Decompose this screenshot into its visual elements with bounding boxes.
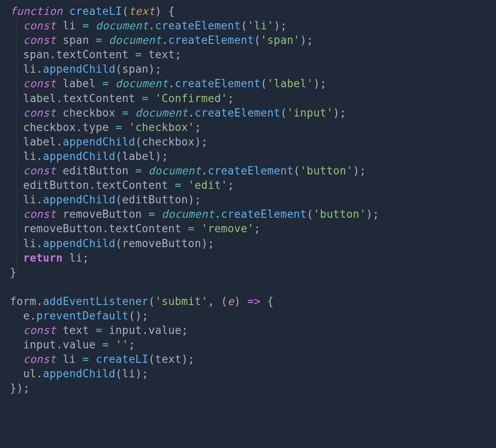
code-token: form	[10, 295, 36, 307]
code-token: =	[188, 222, 201, 235]
code-token: );	[274, 19, 287, 32]
code-token: {	[267, 295, 274, 307]
code-token: li	[23, 193, 36, 206]
code-line: });	[10, 382, 30, 394]
code-token: appendChild	[43, 193, 116, 206]
code-token: (	[115, 367, 122, 380]
code-token: span	[23, 48, 50, 61]
code-token: .	[148, 19, 155, 32]
code-line: li.appendChild(removeButton);	[10, 237, 215, 250]
code-token: .	[102, 222, 109, 235]
code-token: text	[63, 324, 96, 336]
code-line: removeButton.textContent = 'remove';	[10, 222, 260, 235]
code-token: 'Confirmed'	[155, 92, 228, 105]
code-token: editButton	[63, 164, 136, 177]
code-token: .	[168, 77, 175, 90]
code-line: function createLI(text) {	[10, 5, 175, 17]
code-token: (	[115, 150, 122, 162]
code-token: =	[135, 48, 148, 61]
code-token: createLI	[95, 353, 148, 365]
code-token: (	[254, 34, 260, 46]
code-token: li	[63, 19, 83, 32]
code-token: ;	[129, 338, 135, 351]
code-token: const	[23, 208, 63, 220]
code-token: label	[23, 136, 56, 148]
code-token: li	[23, 237, 36, 250]
code-token: createElement	[221, 208, 307, 220]
code-token: .	[36, 150, 43, 162]
code-token: createElement	[208, 164, 293, 177]
code-token: .	[36, 63, 43, 75]
code-token: 'checkbox'	[129, 121, 195, 133]
code-token: e	[228, 295, 234, 307]
code-token: ;	[228, 179, 234, 191]
code-token: =	[142, 92, 155, 105]
code-token: 'li'	[247, 19, 274, 32]
code-token: 'submit'	[155, 295, 208, 307]
code-token: const	[23, 107, 63, 119]
code-token: ;	[254, 222, 260, 235]
code-line: const span = document.createElement('spa…	[10, 34, 313, 46]
code-token: const	[23, 324, 63, 336]
code-token: return	[23, 252, 69, 264]
code-token: li	[23, 150, 36, 162]
code-token: type	[83, 121, 116, 133]
code-token: text	[129, 5, 155, 17]
code-token: =	[135, 164, 148, 177]
code-line: label.textContent = 'Confirmed';	[10, 92, 234, 105]
code-token: .	[36, 237, 43, 250]
code-token: .	[56, 136, 63, 148]
code-token: (	[135, 136, 142, 148]
code-token: .	[36, 367, 43, 380]
code-token: li	[23, 63, 36, 75]
code-token: .	[36, 295, 43, 307]
code-token: );	[195, 136, 208, 148]
code-token: document	[148, 164, 201, 177]
code-token: const	[23, 164, 63, 177]
code-token: (	[260, 77, 267, 90]
code-token: 'button'	[313, 208, 366, 220]
code-token: );	[155, 150, 168, 162]
code-token: =>	[247, 295, 267, 307]
code-token: li	[122, 367, 135, 380]
code-line: }	[10, 266, 17, 279]
code-token: =	[115, 121, 129, 133]
code-token: text	[155, 353, 181, 365]
code-token: li	[69, 252, 83, 264]
code-token: textContent	[109, 222, 188, 235]
code-token: value	[63, 338, 103, 351]
code-line: li.appendChild(editButton);	[10, 193, 201, 206]
code-line: const removeButton = document.createElem…	[10, 208, 379, 220]
code-token: );	[300, 34, 313, 46]
code-token: });	[10, 382, 30, 394]
code-token: (	[115, 193, 122, 206]
code-token: =	[95, 324, 109, 336]
code-token: 'label'	[267, 77, 313, 90]
code-line: const li = document.createElement('li');	[10, 19, 287, 32]
code-line: const text = input.value;	[10, 324, 188, 336]
code-token: addEventListener	[43, 295, 148, 307]
code-line: const checkbox = document.createElement(…	[10, 107, 346, 119]
code-token: createLI	[69, 5, 122, 17]
code-token: const	[23, 77, 63, 90]
code-token: createElement	[155, 19, 241, 32]
code-token: (	[122, 5, 129, 17]
code-token: 'remove'	[201, 222, 254, 235]
code-editor: function createLI(text) { const li = doc…	[0, 0, 496, 448]
code-token: (	[115, 63, 122, 75]
code-token: checkbox	[142, 136, 195, 148]
code-token: ();	[129, 310, 148, 322]
code-token: document	[115, 77, 168, 90]
code-token: ;	[181, 324, 188, 336]
code-token: document	[109, 34, 162, 46]
code-token: document	[95, 19, 148, 32]
code-token: createElement	[175, 77, 260, 90]
code-token: .	[89, 179, 95, 191]
code-token: );	[353, 164, 366, 177]
code-line: li.appendChild(span);	[10, 63, 162, 75]
code-token: appendChild	[43, 367, 116, 380]
code-token: 'input'	[287, 107, 333, 119]
code-token: document	[162, 208, 215, 220]
code-token: (	[115, 237, 122, 250]
code-token: (	[307, 208, 313, 220]
